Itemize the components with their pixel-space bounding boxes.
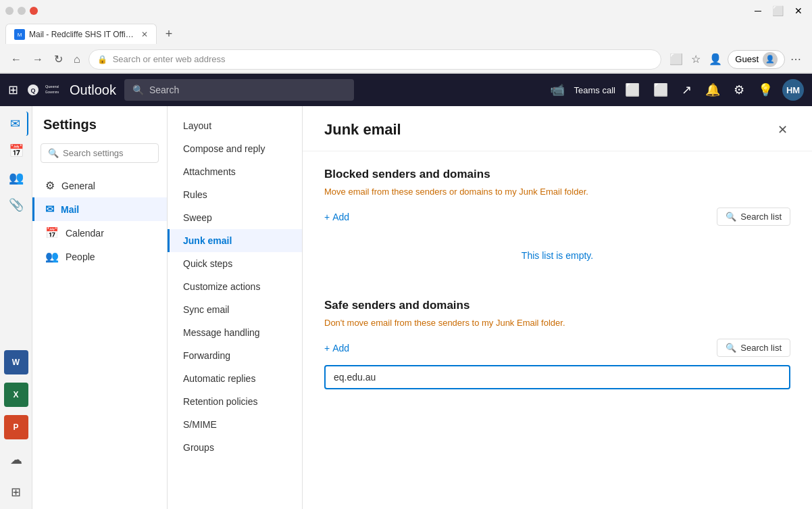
nav-autoreplies[interactable]: Automatic replies [168,367,302,390]
browser-more-button[interactable]: ⋯ [788,50,804,68]
window-minimize-icon[interactable]: ─ [751,4,765,18]
app-grid-icon[interactable]: ⊞ [8,82,18,97]
settings-search-icon: 🔍 [48,148,59,158]
app-name: Outlook [70,82,116,98]
safe-search-list-label: Search list [740,343,782,353]
blocked-add-plus-icon: + [324,212,330,222]
svg-text:Q: Q [30,87,35,94]
nav-handling[interactable]: Message handling [168,321,302,344]
rail-calendar-icon[interactable]: 📅 [4,139,28,163]
blocked-section-desc: Move email from these senders or domains… [324,187,790,197]
safe-senders-section: Safe senders and domains Don't move emai… [324,299,790,389]
maximize-button[interactable] [18,7,26,15]
guest-label: Guest [735,54,759,64]
close-window-button[interactable] [30,7,38,15]
rail-attachment-icon[interactable]: 📎 [4,193,28,217]
collections-button[interactable]: 👤 [706,50,725,68]
window-close-icon[interactable]: ✕ [790,4,807,18]
active-tab[interactable]: M Mail - Redcliffe SHS IT Office - O... … [5,24,157,44]
safe-senders-input[interactable] [324,365,790,389]
reload-button[interactable]: ↻ [51,50,66,68]
safe-search-list-button[interactable]: 🔍 Search list [717,339,790,357]
nav-junk[interactable]: Junk email [168,229,302,252]
user-avatar[interactable]: HM [782,79,804,101]
app-bar: ⊞ Q Queensland Government Outlook 🔍 📹 Te… [0,74,812,106]
safe-add-label: Add [332,343,349,354]
favorites-button[interactable]: ☆ [688,50,703,68]
settings-nav-calendar-label: Calendar [66,228,104,239]
app-bar-right: 📹 Teams call ⬜ ⬜ ↗ 🔔 ⚙ 💡 HM [546,78,804,101]
people-nav-icon: 👥 [45,250,59,263]
bell-icon[interactable]: 🔔 [701,78,724,101]
settings-nav-general-label: General [61,180,95,191]
teams-call-label: Teams call [574,85,615,95]
safe-add-plus-icon: + [324,343,330,354]
share-icon[interactable]: ⬜ [621,78,644,101]
settings-search-input[interactable] [63,148,151,158]
safe-add-button[interactable]: + Add [324,343,349,354]
nav-groups[interactable]: Groups [168,436,302,459]
forward-button[interactable]: → [30,51,46,68]
rail-onedrive-icon[interactable]: ☁ [4,447,28,472]
svg-text:Government: Government [45,91,59,94]
blocked-add-button[interactable]: + Add [324,212,349,222]
help-icon[interactable]: 💡 [754,78,777,101]
app-icon2[interactable]: ⬜ [649,78,672,101]
nav-rules[interactable]: Rules [168,183,302,206]
mid-nav: Layout Compose and reply Attachments Rul… [168,106,303,509]
settings-nav-mail[interactable]: ✉ Mail [32,197,167,221]
blocked-search-list-button[interactable]: 🔍 Search list [717,208,790,226]
settings-search-bar[interactable]: 🔍 [41,143,159,163]
rail-mail-icon[interactable]: ✉ [4,112,28,136]
settings-nav-mail-label: Mail [61,204,79,215]
app-logo: Q Queensland Government [26,80,59,100]
app-search-bar[interactable]: 🔍 [124,79,354,101]
icon-rail: ✉ 📅 👥 📎 W X P ☁ ⊞ [0,106,32,509]
blocked-search-icon: 🔍 [726,212,736,222]
nav-sweep[interactable]: Sweep [168,206,302,229]
back-button[interactable]: ← [8,51,24,68]
content-body: Blocked senders and domains Move email f… [303,151,812,509]
nav-sync[interactable]: Sync email [168,298,302,321]
nav-quicksteps[interactable]: Quick steps [168,252,302,275]
rail-excel-icon[interactable]: X [4,383,28,407]
safe-section-title: Safe senders and domains [324,299,790,312]
blocked-search-list-label: Search list [740,212,782,222]
rail-powerpoint-icon[interactable]: P [4,415,28,439]
settings-nav-people[interactable]: 👥 People [32,245,167,268]
tab-close-button[interactable]: ✕ [141,30,148,39]
rail-apps-icon[interactable]: ⊞ [4,480,28,504]
nav-customize[interactable]: Customize actions [168,275,302,298]
settings-icon[interactable]: ⚙ [730,78,748,101]
content-area: Junk email ✕ Blocked senders and domains… [303,106,812,509]
close-settings-button[interactable]: ✕ [775,120,790,140]
settings-nav-general[interactable]: ⚙ General [32,174,167,197]
nav-compose[interactable]: Compose and reply [168,137,302,160]
address-text: Search or enter web address [113,54,226,64]
video-call-icon[interactable]: 📹 [546,78,569,101]
app-search-input[interactable] [149,84,346,95]
window-restore-icon[interactable]: ⬜ [768,4,788,18]
minimize-button[interactable] [5,7,14,15]
home-button[interactable]: ⌂ [71,51,83,68]
new-tab-button[interactable]: + [159,24,178,43]
nav-smime[interactable]: S/MIME [168,413,302,436]
teams-call-button[interactable]: Teams call [574,85,615,95]
guest-profile-button[interactable]: Guest 👤 [728,50,785,69]
nav-forwarding[interactable]: Forwarding [168,344,302,367]
tab-search-button[interactable]: ⬜ [667,50,686,68]
rail-word-icon[interactable]: W [4,350,28,374]
nav-attachments[interactable]: Attachments [168,160,302,183]
safe-actions-row: + Add 🔍 Search list [324,339,790,357]
blocked-empty-message: This list is empty. [324,234,790,277]
address-bar[interactable]: 🔒 Search or enter web address [88,49,662,70]
settings-nav-people-label: People [66,251,95,262]
forward-icon[interactable]: ↗ [678,78,696,101]
settings-nav-calendar[interactable]: 📅 Calendar [32,221,167,245]
tab-bar: M Mail - Redcliffe SHS IT Office - O... … [0,22,812,46]
queensland-logo: Q Queensland Government [26,80,59,100]
mail-nav-icon: ✉ [45,203,54,216]
nav-retention[interactable]: Retention policies [168,390,302,413]
rail-people-icon[interactable]: 👥 [4,166,28,190]
nav-layout[interactable]: Layout [168,114,302,137]
